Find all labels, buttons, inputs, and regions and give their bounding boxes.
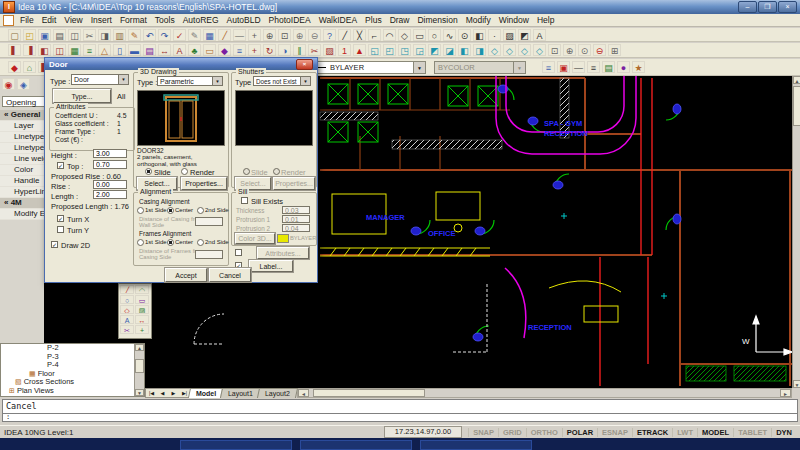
menu-tools[interactable]: Tools <box>151 15 179 25</box>
table-icon[interactable]: ▦ <box>203 29 216 41</box>
view-top-icon[interactable]: ◱ <box>368 44 381 56</box>
undo-icon[interactable]: ↶ <box>143 29 156 41</box>
polygon-icon[interactable]: ◇ <box>398 29 411 41</box>
flag-tool-icon[interactable]: ▲ <box>353 44 366 56</box>
property-row[interactable]: Layer <box>0 121 45 132</box>
slide-radio[interactable] <box>145 168 152 175</box>
scroll-left-icon[interactable]: ◄ <box>298 389 309 397</box>
color-3d-button[interactable]: Color 3D... <box>235 233 275 244</box>
hatch-icon[interactable]: ▨ <box>503 29 516 41</box>
property-row[interactable]: Handle <box>0 176 45 187</box>
paste-icon[interactable]: ▥ <box>113 29 126 41</box>
drawing-vertical-scrollbar[interactable]: ▲ ▼ <box>792 76 800 388</box>
tree-item[interactable]: ⊞Plan Views <box>1 387 144 396</box>
maximize-button[interactable]: ❐ <box>758 1 777 13</box>
region-icon[interactable]: ◩ <box>518 29 531 41</box>
pan-icon[interactable]: + <box>248 29 261 41</box>
float-line-icon[interactable]: ╱ <box>120 285 134 294</box>
mirror-tool-icon[interactable]: ◑ <box>278 44 291 56</box>
view-right-icon[interactable]: ◲ <box>413 44 426 56</box>
drawing3d-type-combo[interactable]: Parametric▼ <box>157 76 223 86</box>
menu-view[interactable]: View <box>60 15 86 25</box>
walkthrough-icon[interactable]: ★ <box>632 61 645 73</box>
drawing-horizontal-scrollbar[interactable]: ◄ ► <box>297 388 792 398</box>
rectangle-icon[interactable]: ▭ <box>413 29 426 41</box>
float-dim-icon[interactable]: ↔ <box>135 315 149 324</box>
iso-view-4-icon[interactable]: ◇ <box>533 44 546 56</box>
property-row[interactable]: Line weight <box>0 154 45 165</box>
property-row[interactable]: « General <box>0 110 45 121</box>
toggle-tablet[interactable]: TABLET <box>733 428 771 437</box>
cancel-button[interactable]: Cancel <box>209 268 251 282</box>
property-row[interactable]: Color <box>0 165 45 176</box>
linetype-manager-icon[interactable]: — <box>572 61 585 73</box>
minimize-button[interactable]: – <box>738 1 757 13</box>
float-circle-icon[interactable]: ○ <box>120 295 134 304</box>
render-radio[interactable] <box>181 168 188 175</box>
construction-line-icon[interactable]: ╳ <box>353 29 366 41</box>
measure-icon[interactable]: — <box>233 29 246 41</box>
attributes-button[interactable]: Attributes... <box>257 247 309 259</box>
spline-icon[interactable]: ∿ <box>443 29 456 41</box>
ellipse-icon[interactable]: ⊙ <box>458 29 471 41</box>
scrollbar-thumb[interactable] <box>793 86 800 126</box>
zoom-window-2-icon[interactable]: ⊡ <box>548 44 561 56</box>
property-row[interactable]: « 4M <box>0 198 45 209</box>
window-tool-icon[interactable]: ◫ <box>53 44 66 56</box>
toggle-esnap[interactable]: ESNAP <box>597 428 632 437</box>
command-history[interactable]: Cancel <box>2 399 798 414</box>
help-icon[interactable]: ? <box>323 29 336 41</box>
rotate-tool-icon[interactable]: ↻ <box>263 44 276 56</box>
point-icon[interactable]: · <box>488 29 501 41</box>
move-tool-icon[interactable]: + <box>248 44 261 56</box>
line-icon[interactable]: ╱ <box>338 29 351 41</box>
new-icon[interactable]: ▢ <box>8 29 21 41</box>
erase-tool-icon[interactable]: ▨ <box>323 44 336 56</box>
tree-item[interactable]: P-4 <box>1 361 144 370</box>
property-row[interactable]: HyperLink <box>0 187 45 198</box>
polyline-icon[interactable]: ⌐ <box>368 29 381 41</box>
casing-1st-radio[interactable] <box>137 207 144 214</box>
zoom-window-icon[interactable]: ⊡ <box>278 29 291 41</box>
tree-scrollbar[interactable]: ▲ ▼ <box>134 344 144 396</box>
tab-first-button[interactable]: |◀ <box>146 389 157 397</box>
property-row[interactable]: Linetype scale <box>0 143 45 154</box>
properties-button[interactable]: Properties... <box>181 177 227 190</box>
casing-2nd-radio[interactable] <box>197 207 204 214</box>
trim-tool-icon[interactable]: ✂ <box>308 44 321 56</box>
sketch-icon[interactable]: ╱ <box>218 29 231 41</box>
properties-header[interactable]: Opening <box>2 96 45 107</box>
menu-plus[interactable]: Plus <box>361 15 386 25</box>
taskbar-item[interactable] <box>300 440 412 450</box>
menu-modify[interactable]: Modify <box>462 15 495 25</box>
close-button[interactable]: × <box>778 1 797 13</box>
door-type-combo[interactable]: Door▼ <box>71 74 129 85</box>
layers-tool-icon[interactable]: ≡ <box>233 44 246 56</box>
dist-casing-field[interactable] <box>195 217 223 226</box>
furniture-tool-icon[interactable]: ▭ <box>203 44 216 56</box>
tab-prev-button[interactable]: ◀ <box>157 389 168 397</box>
block-library-icon[interactable]: ◆ <box>218 44 231 56</box>
match-properties-icon[interactable]: ✎ <box>128 29 141 41</box>
redo-icon[interactable]: ↷ <box>158 29 171 41</box>
view-sw-iso-icon[interactable]: ◩ <box>428 44 441 56</box>
shutters-type-combo[interactable]: Does not Exist▼ <box>253 76 311 86</box>
wall-tool-icon[interactable]: ▌ <box>8 44 21 56</box>
tree-item[interactable]: P-2 <box>1 344 144 353</box>
frames-2nd-radio[interactable] <box>197 239 204 246</box>
roof-tool-icon[interactable]: △ <box>98 44 111 56</box>
zoom-realtime-icon[interactable]: ⊕ <box>263 29 276 41</box>
print-preview-icon[interactable]: ◫ <box>68 29 81 41</box>
chevron-down-icon[interactable]: ▼ <box>513 62 525 73</box>
zoom-in-icon[interactable]: ⊕ <box>293 29 306 41</box>
toggle-model[interactable]: MODEL <box>697 428 733 437</box>
frames-1st-radio[interactable] <box>137 239 144 246</box>
chevron-down-icon[interactable]: ▼ <box>413 62 425 73</box>
property-row[interactable]: Linetype <box>0 132 45 143</box>
menu-photoidea[interactable]: PhotoIDEA <box>265 15 315 25</box>
float-trim-icon[interactable]: ✂ <box>120 325 134 334</box>
print-icon[interactable]: ▤ <box>53 29 66 41</box>
menu-insert[interactable]: Insert <box>87 15 116 25</box>
toggle-snap[interactable]: SNAP <box>468 428 498 437</box>
lineweight-icon[interactable]: ≡ <box>587 61 600 73</box>
